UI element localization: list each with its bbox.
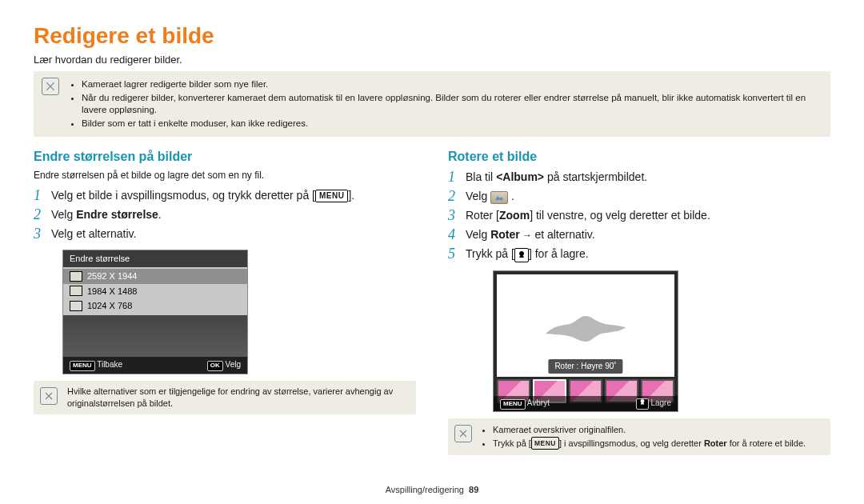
resize-note: Hvilke alternativer som er tilgjengelige… <box>34 381 416 414</box>
step-number: 4 <box>448 227 458 242</box>
resolution-label: 2592 X 1944 <box>87 270 137 282</box>
note-item: Når du redigerer bilder, konverterer kam… <box>82 92 822 117</box>
step-number: 1 <box>34 188 43 202</box>
edit-icon <box>490 191 508 204</box>
resolution-row[interactable]: 1024 X 768 <box>63 298 247 314</box>
menu-button-label: MENU <box>315 190 348 202</box>
resolution-row[interactable]: 2592 X 1944 <box>63 269 247 284</box>
page-footer: Avspilling/redigering 89 <box>0 484 864 496</box>
step-text: Bla til <Album> på startskjermbildet. <box>466 170 647 185</box>
note-item: Trykk på [MENU] i avspillingsmodus, og v… <box>493 437 806 450</box>
note-icon <box>454 425 472 442</box>
resize-camera-screen: Endre størrelse 2592 X 1944 1984 X 1488 … <box>62 250 248 374</box>
note-icon <box>40 387 58 405</box>
thumbnail-icon <box>70 271 82 282</box>
step-text: Velg Endre størrelse. <box>51 207 162 222</box>
resolution-label: 1024 X 768 <box>87 300 132 312</box>
note-item: Bilder som er tatt i enkelte moduser, ka… <box>82 118 822 130</box>
footbar-right: Lagre <box>636 398 671 410</box>
footbar-left: MENU Avbryt <box>500 398 550 410</box>
step-number: 2 <box>448 189 458 203</box>
section-heading-resize: Endre størrelsen på bilder <box>34 148 416 166</box>
rotate-camera-screen: Roter : Høyre 90˚ MENU Avbryt Lagre <box>493 270 678 412</box>
menu-button-small: MENU <box>70 361 95 371</box>
save-icon <box>514 248 529 262</box>
top-note: Kameraet lagrer redigerte bilder som nye… <box>34 71 830 137</box>
section-subintro: Endre størrelsen på et bilde og lagre de… <box>34 169 416 182</box>
footbar-right: OK Velg <box>207 359 241 371</box>
step-text: Velg et alternativ. <box>51 226 136 242</box>
step-text: Velg Roter → et alternativ. <box>466 227 595 242</box>
rotate-tooltip: Roter : Høyre 90˚ <box>548 359 622 374</box>
step-number: 3 <box>448 208 458 222</box>
step-text: Velg et bilde i avspillingsmodus, og try… <box>51 188 354 203</box>
step-text: Roter [Zoom] til venstre, og velg derett… <box>466 208 710 223</box>
menu-button-label: MENU <box>531 437 559 450</box>
thumbnail-icon <box>70 286 82 296</box>
menu-button-small: MENU <box>500 399 526 410</box>
note-item: Kameraet lagrer redigerte bilder som nye… <box>82 78 822 91</box>
intro-text: Lær hvordan du redigerer bilder. <box>34 53 830 67</box>
rotate-note: Kameraet overskriver originalfilen. Tryk… <box>448 418 830 455</box>
note-item: Kameraet overskriver originalfilen. <box>493 424 806 436</box>
thumbnail-icon <box>70 301 82 311</box>
screen-title: Endre størrelse <box>63 250 247 267</box>
resolution-label: 1984 X 1488 <box>87 286 137 298</box>
phantom-figure-icon <box>538 302 634 350</box>
save-button-small <box>636 398 649 410</box>
step-number: 2 <box>34 207 43 222</box>
step-number: 1 <box>448 170 458 184</box>
step-text: Trykk på [] for å lagre. <box>466 246 589 262</box>
ok-button-small: OK <box>207 361 223 371</box>
resolution-row[interactable]: 1984 X 1488 <box>63 284 247 299</box>
step-text: Velg . <box>466 189 514 204</box>
note-text: Hvilke alternativer som er tilgjengelige… <box>67 386 410 410</box>
step-number: 5 <box>448 246 458 261</box>
svg-point-0 <box>502 194 503 196</box>
step-number: 3 <box>34 226 43 241</box>
note-icon <box>42 78 59 95</box>
viewfinder: Roter : Høyre 90˚ <box>497 274 674 377</box>
page-title: Redigere et bilde <box>34 21 830 51</box>
section-heading-rotate: Rotere et bilde <box>448 148 830 166</box>
footbar-left: MENU Tilbake <box>70 359 122 371</box>
